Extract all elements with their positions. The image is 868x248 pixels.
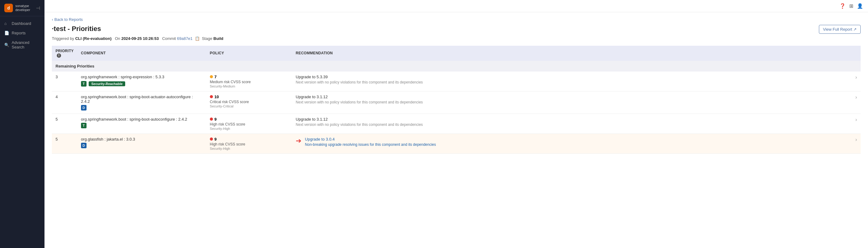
sidebar-item-dashboard[interactable]: ⌂ Dashboard [0, 19, 44, 28]
priority-table: PRIORITY i COMPONENT POLICY RECOMMENDATI… [52, 46, 861, 154]
sidebar-item-reports[interactable]: 📄 Reports [0, 28, 44, 38]
table-row[interactable]: 5 org.glassfish : jakarta.el : 3.0.3 D 9… [52, 133, 861, 153]
page-title: ·test - Priorities [52, 25, 101, 33]
main-content: ❓ ⊞ 👤 ‹ Back to Reports ·test - Prioriti… [44, 0, 868, 248]
component-cell: org.springframework.boot : spring-boot-a… [77, 114, 206, 133]
search-icon: 🔍 [4, 43, 9, 47]
topbar-right: ❓ ⊞ 👤 [839, 3, 863, 9]
score-dot [210, 95, 213, 98]
score-dot [210, 118, 213, 121]
recommendation-cell: Upgrade to 3.1.12 Next version with no p… [292, 91, 851, 114]
type-badge-icon: T [81, 123, 87, 128]
priority-cell: 4 [52, 91, 77, 114]
col-policy: POLICY [206, 46, 292, 61]
sidebar-item-advanced-search[interactable]: 🔍 Advanced Search [0, 38, 44, 52]
chevron-right-icon: › [856, 95, 857, 100]
row-expand-arrow[interactable]: › [851, 91, 861, 114]
sidebar: d sonatype developer ⊣ ⌂ Dashboard 📄 Rep… [0, 0, 44, 248]
row-expand-arrow[interactable]: › [851, 114, 861, 133]
chevron-right-icon: › [856, 137, 857, 142]
sidebar-logo: d sonatype developer ⊣ [0, 0, 44, 16]
dashboard-icon: ⌂ [4, 21, 9, 26]
policy-cell: 10 Critical risk CVSS score Security-Cri… [206, 91, 292, 114]
type-badge-icon: D [81, 105, 87, 111]
component-cell: org.glassfish : jakarta.el : 3.0.3 D [77, 133, 206, 153]
meta-row: Triggered by CLI (Re-evaluation) On 2024… [52, 36, 861, 41]
grid-icon[interactable]: ⊞ [849, 3, 853, 9]
score-dot [210, 75, 213, 78]
recommendation-cell: Upgrade to 3.1.12 Next version with no p… [292, 114, 851, 133]
page-header: ·test - Priorities View Full Report ↗ [52, 25, 861, 34]
table-row[interactable]: 4 org.springframework.boot : spring-boot… [52, 91, 861, 114]
reports-icon: 📄 [4, 31, 9, 35]
row-expand-arrow[interactable]: › [851, 133, 861, 153]
col-recommendation: RECOMMENDATION [292, 46, 851, 61]
table-row[interactable]: 5 org.springframework.boot : spring-boot… [52, 114, 861, 133]
priority-cell: 3 [52, 71, 77, 91]
type-badge-icon: D [81, 143, 87, 148]
logo-icon: d [4, 4, 13, 12]
content-area: ‹ Back to Reports ·test - Priorities Vie… [44, 12, 868, 248]
back-link-text: Back to Reports [54, 17, 83, 22]
back-to-reports-link[interactable]: ‹ Back to Reports [52, 17, 83, 22]
policy-cell: 9 High risk CVSS score Security-High [206, 114, 292, 133]
component-cell: org.springframework : spring-expression … [77, 71, 206, 91]
table-body: Remaining Priorities 3 org.springframewo… [52, 61, 861, 154]
security-badge: Security-Reachable [89, 81, 125, 86]
view-full-report-button[interactable]: View Full Report ↗ [819, 25, 861, 34]
policy-cell: 9 High risk CVSS score Security-High [206, 133, 292, 153]
red-arrow-icon: ➔ [296, 137, 301, 145]
group-header-row: Remaining Priorities [52, 61, 861, 71]
chevron-left-icon: ‹ [52, 17, 53, 22]
col-priority: PRIORITY i [52, 46, 77, 61]
topbar: ❓ ⊞ 👤 [44, 0, 868, 12]
recommendation-cell: Upgrade to 5.3.39 Next version with no p… [292, 71, 851, 91]
priority-info-icon[interactable]: i [57, 53, 61, 58]
sidebar-item-label: Dashboard [12, 21, 31, 26]
component-cell: org.springframework.boot : spring-boot-a… [77, 91, 206, 114]
sidebar-item-label: Reports [12, 31, 26, 35]
row-expand-arrow[interactable]: › [851, 71, 861, 91]
sidebar-nav: ⌂ Dashboard 📄 Reports 🔍 Advanced Search [0, 16, 44, 248]
commit-link[interactable]: 69a87e1 [177, 36, 193, 41]
priority-cell: 5 [52, 114, 77, 133]
sidebar-toggle-icon[interactable]: ⊣ [36, 5, 40, 11]
policy-cell: 7 Medium risk CVSS score Security-Medium [206, 71, 292, 91]
logo-text: sonatype developer [16, 4, 30, 12]
score-dot [210, 137, 213, 141]
table-header: PRIORITY i COMPONENT POLICY RECOMMENDATI… [52, 46, 861, 61]
chevron-right-icon: › [856, 74, 857, 80]
priority-cell: 5 [52, 133, 77, 153]
help-icon[interactable]: ❓ [839, 3, 846, 9]
type-badge-icon: T [81, 81, 87, 87]
user-icon[interactable]: 👤 [857, 3, 863, 9]
sidebar-item-label: Advanced Search [12, 40, 40, 50]
recommendation-cell: ➔ Upgrade to 3.0.4 Non-breaking upgrade … [292, 133, 851, 153]
chevron-right-icon: › [856, 117, 857, 122]
table-row[interactable]: 3 org.springframework : spring-expressio… [52, 71, 861, 91]
col-component: COMPONENT [77, 46, 206, 61]
